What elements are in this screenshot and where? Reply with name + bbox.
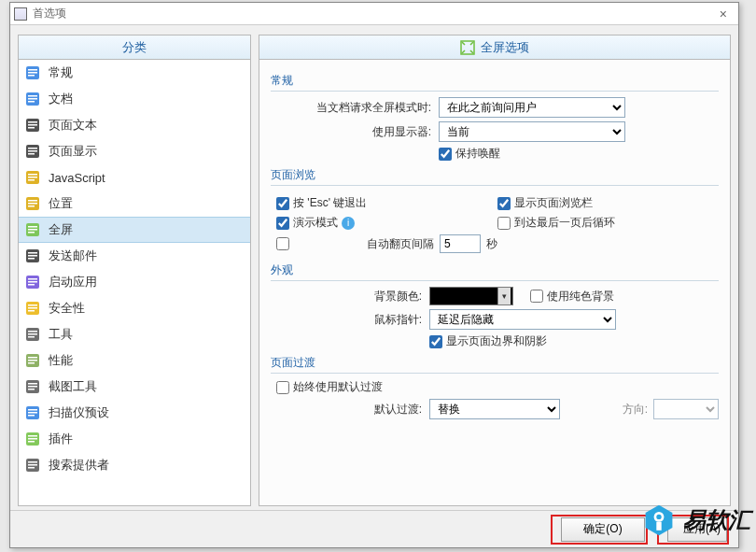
sidebar-item-label: 页面显示 xyxy=(49,143,97,160)
svg-rect-41 xyxy=(28,331,37,333)
sidebar-item-9[interactable]: 安全性 xyxy=(19,295,250,321)
sidebar-item-0[interactable]: 常规 xyxy=(19,60,250,86)
sidebar-item-label: 扫描仪预设 xyxy=(49,404,109,421)
sidebar-item-label: JavaScript xyxy=(49,171,105,185)
category-icon xyxy=(24,91,41,107)
category-sidebar: 分类 常规文档页面文本页面显示JavaScript位置全屏发送邮件启动应用安全性… xyxy=(18,35,251,506)
svg-rect-18 xyxy=(28,177,37,178)
category-icon xyxy=(24,169,41,186)
default-transition-select[interactable]: 替换 xyxy=(429,399,560,419)
presentation-mode-checkbox[interactable]: 演示模式 xyxy=(276,215,338,231)
svg-rect-11 xyxy=(28,127,35,129)
section-general-title: 常规 xyxy=(271,73,719,89)
svg-rect-49 xyxy=(28,383,37,385)
sidebar-item-5[interactable]: 位置 xyxy=(19,191,250,217)
bg-color-picker[interactable]: ▾ xyxy=(429,287,513,305)
auto-turn-label: 自动翻页间隔 xyxy=(367,236,434,252)
sidebar-item-11[interactable]: 性能 xyxy=(19,347,250,374)
esc-exit-checkbox[interactable]: 按 'Esc' 键退出 xyxy=(276,195,367,211)
sidebar-item-7[interactable]: 发送邮件 xyxy=(19,243,250,269)
svg-rect-26 xyxy=(28,229,37,231)
sidebar-item-13[interactable]: 扫描仪预设 xyxy=(19,400,250,426)
preferences-window: 首选项 × 分类 常规文档页面文本页面显示JavaScript位置全屏发送邮件启… xyxy=(9,2,739,548)
fullscreen-request-select[interactable]: 在此之前询问用户 xyxy=(439,97,625,118)
display-label: 使用显示器: xyxy=(271,124,439,140)
loop-last-checkbox[interactable]: 到达最后一页后循环 xyxy=(497,215,615,231)
sidebar-item-8[interactable]: 启动应用 xyxy=(19,269,250,295)
svg-rect-58 xyxy=(28,438,37,440)
section-transition-title: 页面过渡 xyxy=(271,355,719,371)
sidebar-item-label: 安全性 xyxy=(49,300,85,317)
svg-rect-59 xyxy=(28,441,35,443)
divider xyxy=(271,280,719,281)
svg-rect-1 xyxy=(28,69,37,71)
divider xyxy=(271,91,719,92)
svg-rect-37 xyxy=(28,304,37,306)
window-title: 首选项 xyxy=(33,6,66,21)
sidebar-item-label: 性能 xyxy=(49,352,73,369)
sidebar-item-4[interactable]: JavaScript xyxy=(19,164,250,191)
sidebar-item-10[interactable]: 工具 xyxy=(19,321,250,347)
svg-rect-35 xyxy=(28,284,35,286)
sidebar-item-12[interactable]: 截图工具 xyxy=(19,374,250,400)
section-nav-title: 页面浏览 xyxy=(271,167,719,183)
svg-rect-51 xyxy=(28,389,35,390)
sidebar-item-14[interactable]: 插件 xyxy=(19,426,250,452)
dialog-footer: 确定(O) 应用(A) xyxy=(10,510,738,547)
app-icon xyxy=(14,7,27,21)
chevron-down-icon: ▾ xyxy=(497,288,511,304)
category-icon xyxy=(24,300,41,317)
svg-rect-45 xyxy=(28,357,37,359)
pointer-select[interactable]: 延迟后隐藏 xyxy=(429,309,616,330)
sidebar-item-label: 文档 xyxy=(49,91,73,107)
svg-rect-7 xyxy=(28,101,35,103)
svg-rect-43 xyxy=(28,336,35,338)
close-icon[interactable]: × xyxy=(712,7,735,21)
svg-rect-3 xyxy=(28,75,35,77)
solid-bg-checkbox[interactable]: 使用纯色背景 xyxy=(530,289,614,304)
svg-rect-2 xyxy=(28,72,37,74)
sidebar-item-label: 常规 xyxy=(49,64,73,81)
sidebar-item-6[interactable]: 全屏 xyxy=(19,217,250,243)
category-icon xyxy=(24,64,41,81)
auto-turn-checkbox[interactable] xyxy=(276,237,293,250)
show-shadow-checkbox[interactable]: 显示页面边界和阴影 xyxy=(429,333,547,349)
category-icon xyxy=(24,326,41,343)
auto-turn-spinner[interactable] xyxy=(440,234,481,253)
svg-rect-10 xyxy=(28,124,37,126)
info-icon[interactable]: i xyxy=(342,217,355,230)
show-navbar-checkbox[interactable]: 显示页面浏览栏 xyxy=(497,195,593,211)
svg-rect-47 xyxy=(28,362,35,364)
sidebar-item-label: 工具 xyxy=(49,326,73,343)
svg-rect-5 xyxy=(28,95,37,97)
svg-rect-29 xyxy=(28,252,37,254)
always-default-transition-checkbox[interactable]: 始终使用默认过渡 xyxy=(276,379,383,395)
svg-rect-34 xyxy=(28,281,37,283)
svg-rect-27 xyxy=(28,232,35,234)
category-icon xyxy=(24,248,41,264)
display-select[interactable]: 当前 xyxy=(439,121,625,142)
svg-rect-67 xyxy=(656,522,661,531)
direction-label: 方向: xyxy=(623,402,648,418)
sidebar-item-2[interactable]: 页面文本 xyxy=(19,112,250,138)
sidebar-item-15[interactable]: 搜索提供者 xyxy=(19,452,250,478)
keep-awake-checkbox[interactable]: 保持唤醒 xyxy=(439,146,500,162)
svg-rect-14 xyxy=(28,150,37,152)
svg-rect-15 xyxy=(28,153,35,155)
sidebar-item-3[interactable]: 页面显示 xyxy=(19,138,250,164)
panel-title: 全屏选项 xyxy=(481,35,529,60)
category-icon xyxy=(24,352,41,369)
fullscreen-icon xyxy=(460,40,475,55)
category-icon xyxy=(24,431,41,447)
ok-button[interactable]: 确定(O) xyxy=(561,517,645,542)
category-list[interactable]: 常规文档页面文本页面显示JavaScript位置全屏发送邮件启动应用安全性工具性… xyxy=(19,60,250,505)
direction-select[interactable] xyxy=(653,399,719,419)
svg-rect-55 xyxy=(28,415,35,417)
svg-rect-6 xyxy=(28,98,37,100)
sidebar-item-1[interactable]: 文档 xyxy=(19,86,250,112)
pointer-label: 鼠标指针: xyxy=(271,312,429,328)
svg-rect-9 xyxy=(28,121,37,123)
svg-rect-38 xyxy=(28,307,37,309)
svg-rect-53 xyxy=(28,409,37,411)
sidebar-item-label: 启动应用 xyxy=(49,274,97,290)
